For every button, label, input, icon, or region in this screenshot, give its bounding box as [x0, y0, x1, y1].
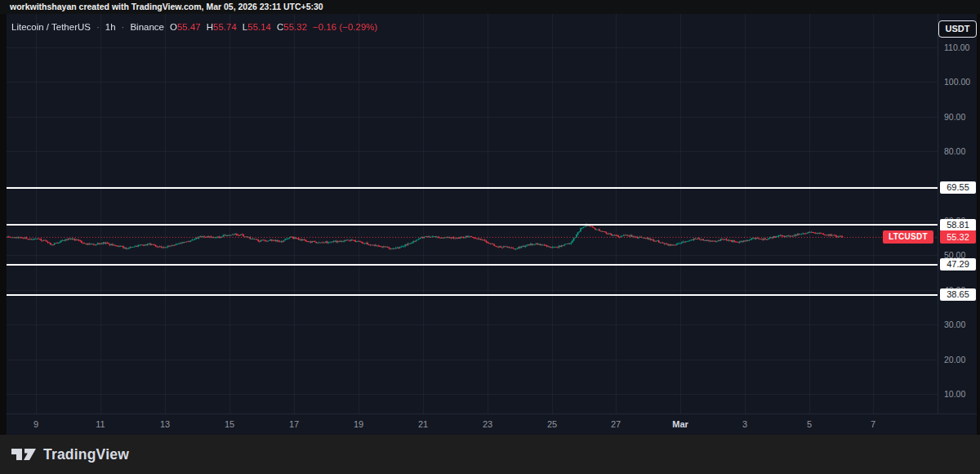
last-price-badge: 55.32	[940, 230, 976, 244]
price-tick-label: 30.00	[944, 320, 965, 329]
time-tick-label: 9	[33, 419, 38, 429]
legend-separator: ·	[96, 22, 100, 32]
ohlc-o-value: O55.47	[170, 22, 201, 32]
tradingview-logo-icon[interactable]	[11, 445, 36, 463]
time-tick-label: 15	[225, 419, 234, 429]
candlestick-canvas	[7, 14, 938, 414]
symbol-price-tag: LTCUSDT	[883, 230, 933, 244]
time-tick-label: 11	[96, 419, 105, 429]
chart-pane[interactable]: Litecoin / TetherUS · 1h · Binance O55.4…	[7, 14, 938, 414]
chart-widget: Litecoin / TetherUS · 1h · Binance O55.4…	[7, 14, 977, 435]
time-tick-label: Mar	[672, 419, 688, 429]
price-level-badge: 69.55	[940, 181, 976, 194]
price-level-badge: 38.65	[940, 288, 976, 301]
price-tick-label: 10.00	[944, 389, 965, 399]
time-tick-label: 19	[354, 419, 363, 429]
price-tick-label: 100.00	[944, 77, 970, 87]
price-axis[interactable]: USDT 110.00100.0090.0080.0070.0060.0050.…	[938, 14, 977, 414]
time-tick-label: 3	[742, 419, 747, 429]
price-tick-label: 110.00	[944, 42, 969, 52]
footer-bar: TradingView	[0, 435, 980, 474]
time-axis[interactable]: 9111315171921232527Mar357	[7, 414, 977, 435]
price-level-line[interactable]	[7, 294, 938, 296]
time-tick-label: 27	[611, 419, 621, 429]
currency-toggle-button[interactable]: USDT	[938, 20, 977, 38]
chart-legend: Litecoin / TetherUS · 1h · Binance O55.4…	[11, 22, 377, 32]
price-level-line[interactable]	[7, 224, 938, 226]
symbol-title[interactable]: Litecoin / TetherUS	[11, 22, 91, 32]
price-level-badge: 58.81	[940, 219, 976, 231]
ohlc-h-value: H55.74	[207, 22, 237, 32]
price-level-line[interactable]	[7, 264, 938, 266]
tradingview-brand-text[interactable]: TradingView	[43, 446, 129, 463]
time-tick-label: 21	[418, 419, 428, 429]
time-tick-label: 23	[483, 419, 492, 429]
ohlc-l-value: L55.14	[243, 22, 271, 32]
interval-label[interactable]: 1h	[105, 22, 116, 32]
time-tick-label: 17	[289, 419, 299, 429]
change-label: −0.16 (−0.29%)	[313, 22, 377, 32]
legend-separator: ·	[122, 22, 125, 32]
price-tick-label: 80.00	[944, 146, 965, 156]
time-tick-label: 13	[160, 419, 170, 429]
ohlc-values: O55.47H55.74L55.14C55.32	[170, 22, 307, 32]
price-tick-label: 90.00	[944, 112, 965, 122]
price-tick-label: 20.00	[944, 355, 965, 364]
time-tick-label: 5	[807, 419, 812, 429]
price-level-line[interactable]	[7, 187, 938, 189]
attribution-text: workwithshayan created with TradingView.…	[0, 0, 980, 14]
time-tick-label: 7	[871, 419, 875, 429]
ohlc-c-value: C55.32	[277, 22, 307, 32]
time-tick-label: 25	[547, 419, 557, 429]
exchange-label[interactable]: Binance	[130, 22, 164, 32]
price-level-badge: 47.29	[940, 258, 976, 271]
